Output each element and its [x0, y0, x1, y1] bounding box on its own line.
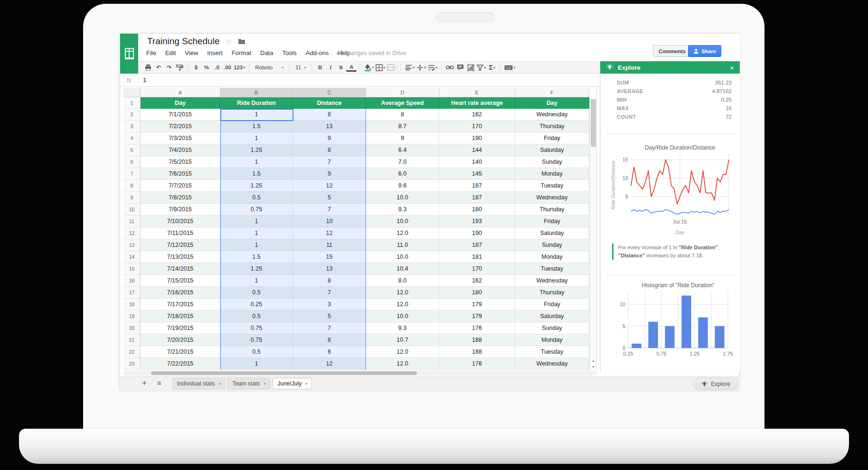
- table-cell[interactable]: 12: [293, 180, 366, 192]
- table-cell[interactable]: 1: [220, 227, 293, 239]
- menu-item-view[interactable]: View: [185, 49, 198, 56]
- table-cell[interactable]: 8: [293, 334, 366, 346]
- table-cell[interactable]: 9: [293, 168, 366, 180]
- header-cell[interactable]: Ride Duration: [220, 97, 293, 109]
- table-cell[interactable]: 15: [293, 251, 366, 263]
- menu-item-data[interactable]: Data: [260, 49, 273, 56]
- explore-line-chart[interactable]: Day/Ride Duration/DistanceRide Duration/…: [609, 143, 733, 238]
- undo-button[interactable]: ↶: [153, 62, 164, 73]
- table-cell[interactable]: 1.25: [220, 263, 293, 275]
- table-cell[interactable]: 0.5: [220, 346, 293, 358]
- font-family-select[interactable]: Roboto▾: [252, 63, 286, 72]
- row-header-14[interactable]: 14: [123, 251, 141, 263]
- table-cell[interactable]: 5: [293, 310, 366, 322]
- table-cell[interactable]: 193: [439, 216, 515, 227]
- table-cell[interactable]: 7/21/2015: [141, 346, 220, 358]
- table-cell[interactable]: 1.5: [220, 251, 293, 263]
- table-cell[interactable]: 12.0: [366, 287, 439, 299]
- table-cell[interactable]: 12.0: [366, 346, 439, 358]
- table-cell[interactable]: 170: [439, 121, 515, 132]
- table-cell[interactable]: 7/4/2015: [141, 144, 220, 156]
- functions-button[interactable]: Σ▾: [487, 62, 497, 73]
- sheet-tab-individual-stats[interactable]: Individual stats▾: [172, 378, 225, 389]
- table-cell[interactable]: 10.0: [366, 310, 439, 322]
- explore-button[interactable]: Explore: [693, 378, 738, 390]
- row-header-16[interactable]: 16: [123, 275, 141, 287]
- table-cell[interactable]: 187: [439, 192, 515, 204]
- row-header-5[interactable]: 5: [123, 144, 141, 156]
- table-cell[interactable]: Wednesday: [515, 275, 589, 287]
- table-cell[interactable]: 7/15/2015: [141, 275, 220, 287]
- table-cell[interactable]: 1: [220, 216, 293, 227]
- table-cell[interactable]: 144: [439, 144, 515, 156]
- table-cell[interactable]: 1: [220, 132, 293, 144]
- decrease-decimal-button[interactable]: .0: [212, 62, 222, 73]
- table-cell[interactable]: 162: [439, 275, 515, 287]
- table-cell[interactable]: Sunday: [515, 322, 589, 334]
- table-cell[interactable]: 162: [439, 109, 515, 121]
- table-cell[interactable]: Saturday: [515, 227, 589, 239]
- table-cell[interactable]: 13: [293, 121, 366, 132]
- menu-item-format[interactable]: Format: [232, 49, 251, 56]
- column-header-C[interactable]: C: [293, 88, 366, 97]
- chevron-down-icon[interactable]: ▾: [264, 382, 265, 386]
- scroll-down-icon[interactable]: ▼: [591, 364, 596, 369]
- table-cell[interactable]: 8: [366, 109, 439, 121]
- merge-cells-button[interactable]: ▾: [386, 62, 398, 73]
- table-cell[interactable]: 1: [220, 275, 293, 287]
- table-cell[interactable]: 12.0: [366, 358, 439, 370]
- table-cell[interactable]: 9.6: [366, 180, 439, 192]
- table-cell[interactable]: 7/10/2015: [141, 216, 220, 227]
- table-cell[interactable]: 1: [220, 109, 293, 121]
- table-cell[interactable]: 0.75: [220, 204, 293, 216]
- row-header-10[interactable]: 10: [123, 204, 141, 216]
- table-cell[interactable]: 180: [439, 204, 515, 216]
- row-header-4[interactable]: 4: [123, 132, 141, 144]
- table-cell[interactable]: 12: [293, 227, 366, 239]
- table-cell[interactable]: 140: [439, 156, 515, 168]
- chevron-down-icon[interactable]: ▾: [305, 382, 307, 386]
- table-cell[interactable]: Thursday: [515, 121, 589, 132]
- table-cell[interactable]: 7/7/2015: [141, 180, 220, 192]
- horizontal-scrollbar-thumb[interactable]: [151, 371, 417, 375]
- table-cell[interactable]: 10.0: [366, 251, 439, 263]
- table-cell[interactable]: 7/3/2015: [141, 132, 220, 144]
- table-cell[interactable]: 7/19/2015: [141, 322, 220, 334]
- table-cell[interactable]: 190: [439, 227, 515, 239]
- table-cell[interactable]: Thursday: [515, 287, 589, 299]
- row-header-12[interactable]: 12: [123, 227, 141, 239]
- text-color-button[interactable]: A: [346, 64, 357, 72]
- strikethrough-button[interactable]: S: [336, 62, 346, 73]
- select-all-corner[interactable]: [123, 88, 141, 97]
- sheet-tab-team-stats[interactable]: Team stats▾: [227, 378, 270, 389]
- currency-format-button[interactable]: $: [191, 62, 201, 73]
- row-header-18[interactable]: 18: [123, 299, 141, 310]
- sheet-tab-june-july[interactable]: June/July▾: [273, 378, 312, 389]
- table-cell[interactable]: 187: [439, 180, 515, 192]
- insert-comment-button[interactable]: [455, 62, 465, 73]
- sheets-logo-icon[interactable]: [120, 34, 138, 74]
- borders-button[interactable]: ▾: [375, 62, 386, 73]
- table-cell[interactable]: Wednesday: [515, 109, 589, 121]
- table-cell[interactable]: 7: [293, 322, 366, 334]
- table-cell[interactable]: 7/9/2015: [141, 204, 220, 216]
- input-tools-button[interactable]: ▾: [503, 62, 516, 73]
- star-icon[interactable]: ☆: [226, 38, 232, 46]
- table-cell[interactable]: 8: [293, 275, 366, 287]
- row-header-1[interactable]: 1: [123, 97, 141, 109]
- filter-button[interactable]: ▾: [476, 62, 487, 73]
- table-cell[interactable]: 7.0: [366, 156, 439, 168]
- redo-button[interactable]: ↷: [164, 62, 174, 73]
- table-cell[interactable]: 8.0: [366, 275, 439, 287]
- table-cell[interactable]: 7/22/2015: [141, 358, 220, 370]
- table-cell[interactable]: 7/1/2015: [141, 109, 220, 121]
- comments-button[interactable]: Comments: [653, 45, 691, 57]
- table-cell[interactable]: Friday: [515, 132, 589, 144]
- menu-item-insert[interactable]: Insert: [207, 49, 223, 56]
- table-cell[interactable]: 7/6/2015: [141, 168, 220, 180]
- insert-link-button[interactable]: [444, 62, 455, 73]
- table-cell[interactable]: Saturday: [515, 310, 589, 322]
- table-cell[interactable]: 7/20/2015: [141, 334, 220, 346]
- table-cell[interactable]: 179: [439, 310, 515, 322]
- explore-histogram-chart[interactable]: Histogram of "Ride Duration"05100.250.75…: [609, 281, 733, 361]
